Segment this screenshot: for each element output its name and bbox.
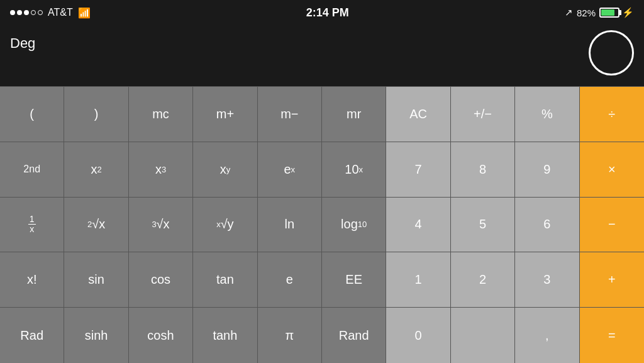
btn-AC-0-6[interactable]: AC	[386, 87, 450, 142]
btn-x--3-0[interactable]: x!	[0, 252, 64, 307]
signal-dot-5	[38, 10, 43, 15]
calc-row-3: x!sincostaneEE123+	[0, 252, 644, 308]
btn---2-9[interactable]: −	[580, 198, 644, 252]
signal-dot-2	[17, 10, 22, 15]
btn-EE-3-5[interactable]: EE	[322, 252, 386, 307]
btn---1-9[interactable]: ×	[580, 142, 644, 197]
battery-percent: 82%	[577, 8, 596, 18]
btn-mr-0-5[interactable]: mr	[322, 87, 386, 142]
battery-fill	[601, 9, 614, 16]
calc-row-4: RadsinhcoshtanhπRand0,=	[0, 308, 644, 363]
btn-cos-3-2[interactable]: cos	[129, 252, 193, 307]
btn---4-9[interactable]: =	[580, 308, 644, 363]
wifi-icon: 📶	[78, 7, 91, 19]
btn-tanh-4-3[interactable]: tanh	[193, 308, 257, 363]
btn-2nd-1-0[interactable]: 2nd	[0, 142, 64, 197]
signal-dots	[10, 10, 43, 15]
calc-row-1: 2ndx2x3xyex10x789×	[0, 142, 644, 198]
btn-Rand-4-5[interactable]: Rand	[322, 308, 386, 363]
btn-m--0-3[interactable]: m+	[193, 87, 257, 142]
btn-5-2-7[interactable]: 5	[451, 198, 515, 252]
battery-icon: ⚡	[599, 7, 634, 18]
btn---4-4[interactable]: π	[258, 308, 322, 363]
btn-empty-4-7[interactable]	[451, 308, 515, 363]
display-number	[589, 30, 634, 75]
btn-1-x-2-0[interactable]: 1x	[0, 198, 64, 252]
btn-----0-7[interactable]: +/−	[451, 87, 515, 142]
btn-sin-3-1[interactable]: sin	[64, 252, 128, 307]
btn---3-9[interactable]: +	[580, 252, 644, 307]
btn-2-3-7[interactable]: 2	[451, 252, 515, 307]
location-icon: ↗	[565, 7, 573, 18]
btn---x-2-1[interactable]: 2√x	[64, 198, 128, 252]
btn-x--1-2[interactable]: x3	[129, 142, 193, 197]
charging-icon: ⚡	[622, 7, 634, 18]
btn---y-2-3[interactable]: x√y	[193, 198, 257, 252]
status-bar: AT&T 📶 2:14 PM ↗ 82% ⚡	[0, 0, 644, 25]
btn-Rad-4-0[interactable]: Rad	[0, 308, 64, 363]
btn-x--1-3[interactable]: xy	[193, 142, 257, 197]
btn-9-1-8[interactable]: 9	[515, 142, 579, 197]
btn-3-3-8[interactable]: 3	[515, 252, 579, 307]
signal-dot-4	[31, 10, 36, 15]
calc-row-0: ()mcm+m−mrAC+/−%÷	[0, 87, 644, 142]
signal-dot-3	[24, 10, 29, 15]
btn-6-2-8[interactable]: 6	[515, 198, 579, 252]
calc-row-2: 1x2√x3√xx√ylnlog10456−	[0, 198, 644, 253]
signal-dot-1	[10, 10, 15, 15]
status-left: AT&T 📶	[10, 7, 91, 19]
status-right: ↗ 82% ⚡	[565, 7, 634, 18]
btn---0-0[interactable]: (	[0, 87, 64, 142]
btn---x-2-2[interactable]: 3√x	[129, 198, 193, 252]
display-area: Deg	[0, 25, 644, 86]
btn-1-3-6[interactable]: 1	[386, 252, 450, 307]
btn---0-1[interactable]: )	[64, 87, 128, 142]
btn-0-4-6[interactable]: 0	[386, 308, 450, 363]
btn-e-3-4[interactable]: e	[258, 252, 322, 307]
btn---0-9[interactable]: ÷	[580, 87, 644, 142]
btn-sinh-4-1[interactable]: sinh	[64, 308, 128, 363]
btn-x--1-1[interactable]: x2	[64, 142, 128, 197]
btn-tan-3-3[interactable]: tan	[193, 252, 257, 307]
btn-cosh-4-2[interactable]: cosh	[129, 308, 193, 363]
time-label: 2:14 PM	[306, 6, 349, 20]
btn-7-1-6[interactable]: 7	[386, 142, 450, 197]
btn-m--0-4[interactable]: m−	[258, 87, 322, 142]
calculator-grid: ()mcm+m−mrAC+/−%÷2ndx2x3xyex10x789×1x2√x…	[0, 86, 644, 363]
battery-bar	[599, 8, 619, 18]
btn-log---2-5[interactable]: log10	[322, 198, 386, 252]
btn---4-8[interactable]: ,	[515, 308, 579, 363]
btn-4-2-6[interactable]: 4	[386, 198, 450, 252]
btn-mc-0-2[interactable]: mc	[129, 87, 193, 142]
mode-label: Deg	[10, 35, 35, 52]
btn---0-8[interactable]: %	[515, 87, 579, 142]
btn-8-1-7[interactable]: 8	[451, 142, 515, 197]
btn-e--1-4[interactable]: ex	[258, 142, 322, 197]
carrier-label: AT&T	[48, 7, 73, 18]
btn-ln-2-4[interactable]: ln	[258, 198, 322, 252]
btn-10--1-5[interactable]: 10x	[322, 142, 386, 197]
